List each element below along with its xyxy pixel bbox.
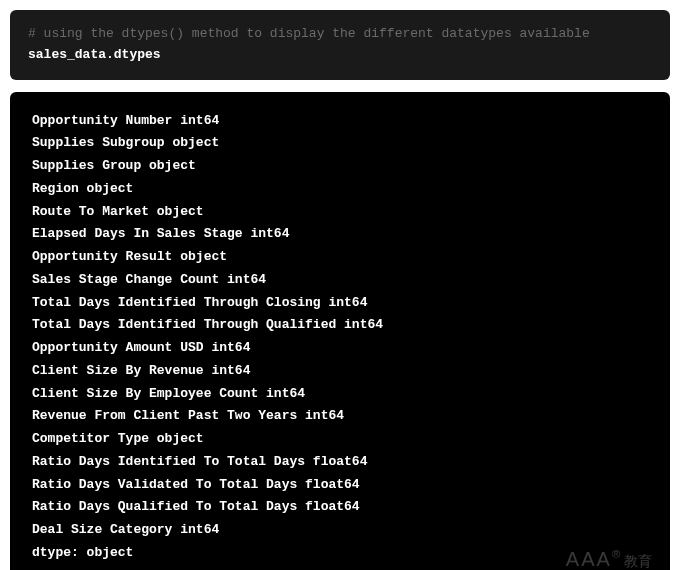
output-line: Total Days Identified Through Closing in… [32, 292, 648, 315]
output-line: Sales Stage Change Count int64 [32, 269, 648, 292]
code-output-block: Opportunity Number int64Supplies Subgrou… [10, 92, 670, 570]
output-lines-container: Opportunity Number int64Supplies Subgrou… [32, 110, 648, 565]
output-line: Region object [32, 178, 648, 201]
output-line: Competitor Type object [32, 428, 648, 451]
output-line: Supplies Subgroup object [32, 132, 648, 155]
code-comment: # using the dtypes() method to display t… [28, 24, 652, 45]
output-line: Elapsed Days In Sales Stage int64 [32, 223, 648, 246]
output-line: Ratio Days Validated To Total Days float… [32, 474, 648, 497]
code-input-block: # using the dtypes() method to display t… [10, 10, 670, 80]
output-line: Ratio Days Identified To Total Days floa… [32, 451, 648, 474]
output-line: Deal Size Category int64 [32, 519, 648, 542]
output-line: Opportunity Result object [32, 246, 648, 269]
output-line: dtype: object [32, 542, 648, 565]
output-line: Client Size By Revenue int64 [32, 360, 648, 383]
code-statement: sales_data.dtypes [28, 45, 652, 66]
output-line: Route To Market object [32, 201, 648, 224]
output-line: Supplies Group object [32, 155, 648, 178]
output-line: Opportunity Number int64 [32, 110, 648, 133]
output-line: Revenue From Client Past Two Years int64 [32, 405, 648, 428]
output-line: Ratio Days Qualified To Total Days float… [32, 496, 648, 519]
output-line: Total Days Identified Through Qualified … [32, 314, 648, 337]
output-line: Opportunity Amount USD int64 [32, 337, 648, 360]
output-line: Client Size By Employee Count int64 [32, 383, 648, 406]
